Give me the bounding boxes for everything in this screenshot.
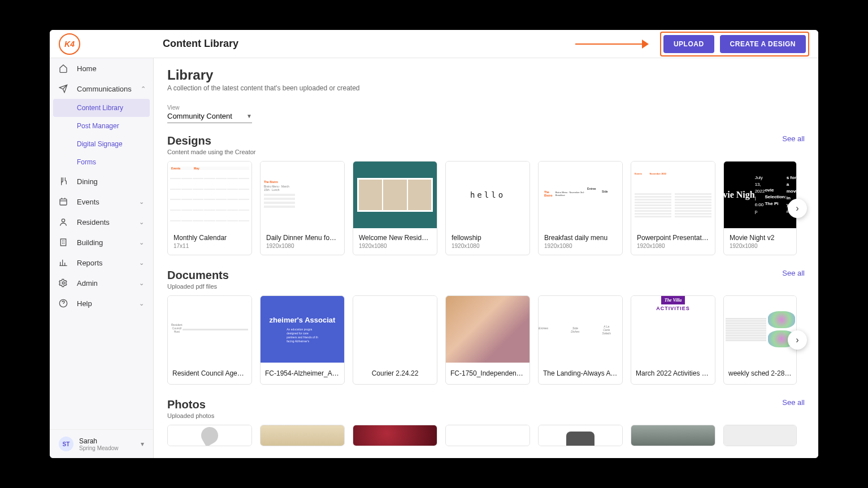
calendar-icon [59, 197, 68, 206]
thumbnail: Movie NighJuly 13, 2022 | 6:00 povie Sel… [724, 162, 796, 228]
nav-label: Building [77, 238, 103, 247]
main-content: Library A collection of the latest conte… [154, 58, 818, 458]
document-card[interactable]: ⋯zheimer's AssociatAn education prograde… [260, 295, 345, 385]
dining-icon [59, 177, 68, 186]
card-dim: 1920x1080 [266, 243, 338, 249]
see-all-documents[interactable]: See all [782, 269, 805, 277]
nav-forms[interactable]: Forms [50, 153, 153, 171]
photos-row: ⋯ ⋯ ⋯ ⋯ ⋯ ⋯ [167, 425, 805, 446]
section-subtitle: Content made using the Creator [167, 149, 256, 155]
nav-label: Help [77, 299, 92, 308]
see-all-designs[interactable]: See all [782, 134, 805, 143]
chevron-down-icon: ⌄ [139, 259, 144, 267]
nav-residents[interactable]: Residents ⌄ [50, 212, 153, 232]
card-title: March 2022 Activities F… [631, 363, 715, 384]
section-head-documents: Documents Uploaded pdf files See all [167, 269, 805, 290]
nav-label: Home [77, 64, 97, 73]
thumbnail [724, 425, 796, 446]
card-title: Daily Dinner Menu for … [266, 234, 338, 242]
card-dim: 1920x1080 [730, 243, 791, 249]
nav-admin[interactable]: Admin ⌄ [50, 273, 153, 293]
card-dim: 1920x1080 [452, 243, 524, 249]
photo-card[interactable]: ⋯ [260, 425, 345, 446]
chevron-down-icon: ⌄ [139, 239, 144, 246]
scroll-right-button[interactable]: › [788, 330, 807, 350]
thumbnail: The BistroBistro Menu · March 15th · Lun… [261, 162, 344, 228]
thumbnail [168, 425, 251, 446]
thumbnail [261, 425, 344, 446]
page-subtitle: A collection of the latest content that'… [167, 84, 805, 92]
section-title: Photos [167, 398, 214, 411]
thumbnail: The BistroBistro Menu · November 3rd · B… [539, 162, 622, 228]
view-select[interactable]: Community Content ▼ [167, 112, 252, 123]
card-title: Powerpoint Presentation [637, 234, 709, 242]
document-card[interactable]: weekly sched 2-28 to [723, 295, 797, 385]
user-avatar: ST [59, 437, 73, 451]
section-head-designs: Designs Content made using the Creator S… [167, 134, 805, 155]
section-head-photos: Photos Uploaded photos See all [167, 398, 805, 419]
dropdown-arrow-icon: ▼ [246, 113, 252, 119]
app-logo[interactable]: K4 [59, 33, 80, 55]
document-card[interactable]: ⋯FC-1750_Independent L… [445, 295, 530, 385]
photo-card[interactable]: ⋯ [445, 425, 530, 446]
photo-card[interactable] [723, 425, 797, 446]
documents-row: Resident Council HostResident Council Ag… [167, 295, 805, 385]
help-icon [59, 299, 68, 308]
nav-label: Dining [77, 177, 98, 186]
design-card[interactable]: ⋯ The BistroBistro Menu · March 15th · L… [260, 161, 345, 255]
documents-row-wrap: Resident Council HostResident Council Ag… [167, 295, 805, 385]
card-title: Movie Night v2 [730, 234, 791, 242]
thumbnail: EntréesSide DishesA La Carte Salads [539, 296, 622, 363]
thumbnail [724, 296, 796, 363]
photo-card[interactable]: ⋯ [538, 425, 623, 446]
document-card[interactable]: Resident Council HostResident Council Ag… [167, 295, 252, 385]
sidebar-user[interactable]: ST Sarah Spring Meadow ▾ [50, 429, 153, 458]
design-card[interactable]: Movie NighJuly 13, 2022 | 6:00 povie Sel… [723, 161, 797, 255]
nav-dining[interactable]: Dining [50, 171, 153, 191]
nav-building[interactable]: Building ⌄ [50, 232, 153, 252]
thumbnail: The VillaACTIVITIES [631, 296, 715, 363]
building-icon [59, 238, 68, 247]
create-design-button[interactable]: CREATE A DESIGN [720, 35, 806, 53]
design-card[interactable]: ⋯ Welcome New Residents1920x1080 [353, 161, 437, 255]
thumbnail [446, 296, 530, 363]
design-card[interactable]: ⋯ hello fellowship1920x1080 [445, 161, 530, 255]
photo-card[interactable]: ⋯ [353, 425, 437, 446]
document-card[interactable]: ⋯The VillaACTIVITIESMarch 2022 Activitie… [631, 295, 715, 385]
nav-reports[interactable]: Reports ⌄ [50, 252, 153, 273]
designs-row: Events May Monthly Calendar17x11 ⋯ The B… [167, 161, 805, 255]
photo-card[interactable]: ⋯ [167, 425, 252, 446]
logo-wrap: K4 [59, 33, 163, 55]
design-card[interactable]: Events May Monthly Calendar17x11 [167, 161, 252, 255]
gear-icon [59, 278, 68, 287]
thumbnail [353, 425, 437, 446]
nav-help[interactable]: Help ⌄ [50, 293, 153, 313]
svg-rect-2 [60, 239, 66, 246]
upload-button[interactable]: UPLOAD [663, 35, 714, 53]
design-card[interactable]: ⋯ The BistroBistro Menu · November 3rd ·… [538, 161, 623, 255]
nav-label: Communications [77, 85, 132, 93]
design-card[interactable]: ⋯ Events November 2022 Powerpoint Presen… [631, 161, 715, 255]
chevron-down-icon: ⌄ [139, 198, 144, 206]
nav-home[interactable]: Home [50, 58, 153, 79]
send-icon [59, 84, 68, 93]
nav-digital-signage[interactable]: Digital Signage [50, 135, 153, 153]
thumbnail [446, 425, 530, 446]
nav-post-manager[interactable]: Post Manager [50, 117, 153, 135]
nav-content-library[interactable]: Content Library [53, 99, 150, 117]
see-all-photos[interactable]: See all [782, 398, 805, 407]
app-title: Content Library [163, 38, 238, 50]
nav-label: Residents [77, 218, 110, 226]
card-title: fellowship [452, 234, 524, 242]
designs-row-wrap: Events May Monthly Calendar17x11 ⋯ The B… [167, 161, 805, 255]
scroll-right-button[interactable]: › [788, 199, 807, 218]
document-card[interactable]: Courier 2.24.22 [353, 295, 437, 385]
card-title: Welcome New Residents [359, 234, 431, 242]
nav-label: Admin [77, 279, 98, 287]
photo-card[interactable]: ⋯ [631, 425, 715, 446]
document-card[interactable]: ⋯EntréesSide DishesA La Carte SaladsThe … [538, 295, 623, 385]
card-dim: 1920x1080 [637, 243, 709, 249]
app-window: K4 Content Library UPLOAD CREATE A DESIG… [50, 30, 818, 458]
nav-events[interactable]: Events ⌄ [50, 191, 153, 212]
nav-communications[interactable]: Communications ⌃ [50, 79, 153, 99]
